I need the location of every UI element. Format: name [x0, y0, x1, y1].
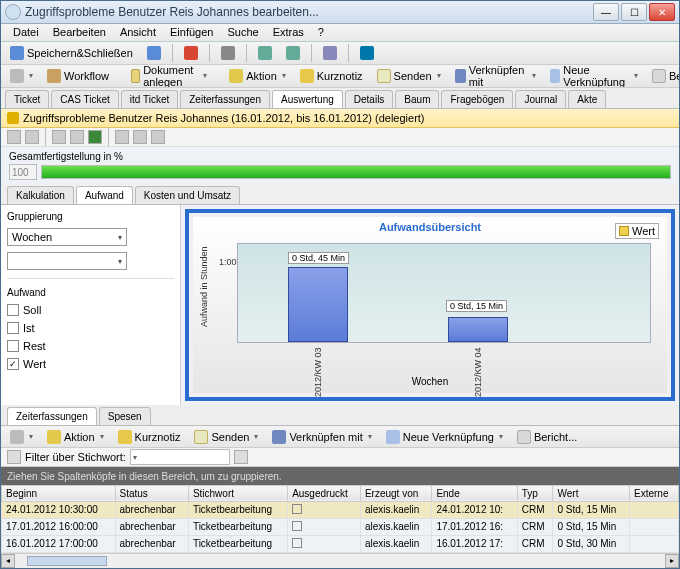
mini-icon-3[interactable] — [70, 130, 84, 144]
col-erzeugt-von[interactable]: Erzeugt von — [360, 485, 432, 501]
workflow-button[interactable]: Workflow — [42, 66, 114, 86]
group-by-bar[interactable]: Ziehen Sie Spaltenköpfe in diesen Bereic… — [1, 467, 679, 485]
tab-akte[interactable]: Akte — [568, 90, 606, 108]
lower-shortnote-button[interactable]: Kurznotiz — [113, 427, 186, 447]
progress-input[interactable] — [9, 164, 37, 180]
mail-icon — [194, 430, 208, 444]
check-wert[interactable]: ✓Wert — [7, 358, 174, 370]
lower-action-button[interactable]: Aktion — [42, 427, 109, 447]
horizontal-scrollbar[interactable]: ◂ ▸ — [1, 553, 679, 568]
tab-frageboegen[interactable]: Fragebögen — [441, 90, 513, 108]
col-ausgedruckt[interactable]: Ausgedruckt — [288, 485, 361, 501]
mini-icon-6[interactable] — [151, 130, 165, 144]
lower-link-with-button[interactable]: Verknüpfen mit — [267, 427, 376, 447]
maximize-button[interactable]: ☐ — [621, 3, 647, 21]
save-icon — [10, 46, 24, 60]
send-button[interactable]: Senden — [372, 66, 446, 86]
col-beginn[interactable]: Beginn — [2, 485, 116, 501]
filter-clear-icon[interactable] — [234, 450, 248, 464]
menu-einfuegen[interactable]: Einfügen — [164, 24, 219, 40]
mini-icon-2[interactable] — [25, 130, 39, 144]
link-icon — [272, 430, 286, 444]
lower-new-link-button[interactable]: Neue Verknüpfung — [381, 427, 508, 447]
filter-combo[interactable] — [130, 449, 230, 465]
gear-icon — [10, 69, 24, 83]
subtab-kosten[interactable]: Kosten und Umsatz — [135, 186, 240, 204]
menu-datei[interactable]: Datei — [7, 24, 45, 40]
check-soll[interactable]: Soll — [7, 304, 174, 316]
grouping-combo-2[interactable] — [7, 252, 127, 270]
grouping-combo[interactable]: Wochen — [7, 228, 127, 246]
cell-stichwort: Ticketbearbeitung — [188, 518, 287, 535]
doc-create-button[interactable]: Dokument anlegen — [126, 65, 212, 88]
mini-icon-1[interactable] — [7, 130, 21, 144]
table-row[interactable]: 16.01.2012 17:00:00abrechenbarTicketbear… — [2, 535, 679, 552]
check-rest[interactable]: Rest — [7, 340, 174, 352]
col-typ[interactable]: Typ — [517, 485, 553, 501]
toolbar-actions: Workflow Dokument anlegen Aktion Kurznot… — [1, 65, 679, 88]
menu-suche[interactable]: Suche — [221, 24, 264, 40]
check-ist[interactable]: Ist — [7, 322, 174, 334]
tab-zeiterfassungen[interactable]: Zeiterfassungen — [180, 90, 270, 108]
col-wert[interactable]: Wert — [553, 485, 630, 501]
col-status[interactable]: Status — [115, 485, 188, 501]
content-row: Gruppierung Wochen Aufwand Soll Ist Rest… — [1, 205, 679, 405]
refresh-button[interactable] — [318, 43, 342, 63]
save-button[interactable] — [142, 43, 166, 63]
tab-auswertung[interactable]: Auswertung — [272, 90, 343, 108]
print-button[interactable] — [216, 43, 240, 63]
nav-down-button[interactable] — [281, 43, 305, 63]
tab-journal[interactable]: Journal — [515, 90, 566, 108]
col-ende[interactable]: Ende — [432, 485, 517, 501]
tab-baum[interactable]: Baum — [395, 90, 439, 108]
table-row[interactable]: 17.01.2012 16:00:00abrechenbarTicketbear… — [2, 518, 679, 535]
scroll-right-icon[interactable]: ▸ — [665, 554, 679, 568]
close-button[interactable]: ✕ — [649, 3, 675, 21]
scroll-left-icon[interactable]: ◂ — [1, 554, 15, 568]
cell-beginn: 24.01.2012 10:30:00 — [2, 501, 116, 518]
checkbox-icon — [7, 322, 19, 334]
progress-section: Gesamtfertigstellung in % — [1, 147, 679, 184]
mini-print-icon[interactable] — [52, 130, 66, 144]
data-grid: Beginn Status Stichwort Ausgedruckt Erze… — [1, 485, 679, 553]
lower-send-button[interactable]: Senden — [189, 427, 263, 447]
filter-icon[interactable] — [7, 450, 21, 464]
tab-details[interactable]: Details — [345, 90, 394, 108]
delete-button[interactable] — [179, 43, 203, 63]
subtab-kalkulation[interactable]: Kalkulation — [7, 186, 74, 204]
gear-dropdown[interactable] — [5, 66, 38, 86]
tab-cas-ticket[interactable]: CAS Ticket — [51, 90, 118, 108]
report-button[interactable]: Bericht... — [647, 66, 679, 86]
save-close-button[interactable]: Speichern&Schließen — [5, 43, 138, 63]
lower-tabs: Zeiterfassungen Spesen — [1, 405, 679, 426]
shortnote-button[interactable]: Kurznotiz — [295, 66, 368, 86]
action-button[interactable]: Aktion — [224, 66, 291, 86]
nav-up-button[interactable] — [253, 43, 277, 63]
link-with-button[interactable]: Verknüpfen mit — [450, 65, 542, 88]
help-button[interactable] — [355, 43, 379, 63]
lower-toolbar: Aktion Kurznotiz Senden Verknüpfen mit N… — [1, 426, 679, 447]
minimize-button[interactable]: — — [593, 3, 619, 21]
col-stichwort[interactable]: Stichwort — [188, 485, 287, 501]
scroll-thumb[interactable] — [27, 556, 107, 566]
mini-icon-5[interactable] — [133, 130, 147, 144]
col-externe[interactable]: Externe — [629, 485, 678, 501]
checkbox-icon — [292, 504, 302, 514]
new-link-button[interactable]: Neue Verknüpfung — [545, 65, 643, 88]
excel-export-icon[interactable] — [88, 130, 102, 144]
menu-extras[interactable]: Extras — [267, 24, 310, 40]
menu-bearbeiten[interactable]: Bearbeiten — [47, 24, 112, 40]
mini-icon-4[interactable] — [115, 130, 129, 144]
lower-report-button[interactable]: Bericht... — [512, 427, 582, 447]
tab-ticket[interactable]: Ticket — [5, 90, 49, 108]
lower-gear-dropdown[interactable] — [5, 427, 38, 447]
cell-stichwort: Ticketbearbeitung — [188, 501, 287, 518]
tab-itd-ticket[interactable]: itd Ticket — [121, 90, 178, 108]
lower-tab-zeiterfassungen[interactable]: Zeiterfassungen — [7, 407, 97, 425]
menu-help[interactable]: ? — [312, 24, 330, 40]
arrow-up-icon — [258, 46, 272, 60]
subtab-aufwand[interactable]: Aufwand — [76, 186, 133, 204]
table-row[interactable]: 24.01.2012 10:30:00abrechenbarTicketbear… — [2, 501, 679, 518]
menu-ansicht[interactable]: Ansicht — [114, 24, 162, 40]
lower-tab-spesen[interactable]: Spesen — [99, 407, 151, 425]
